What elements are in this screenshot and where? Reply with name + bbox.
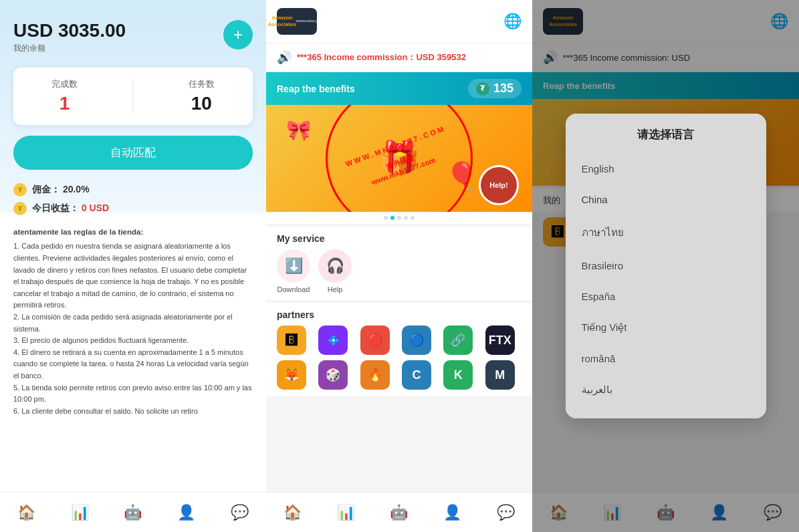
commission-text: 佣金： 20.0%	[32, 184, 90, 196]
balance-section: USD 3035.00 我的余额	[13, 20, 126, 54]
p2-nav-profile[interactable]: 👤	[438, 501, 467, 524]
rules-title: atentamente las reglas de la tienda:	[13, 226, 253, 238]
p2-profile-icon: 👤	[443, 504, 461, 521]
p2-chat-icon: 💬	[497, 504, 515, 521]
p2-nav-chat[interactable]: 💬	[491, 501, 520, 524]
p2-nav-bot[interactable]: 🤖	[384, 501, 413, 524]
services-section: My service ⬇️ Download 🎧 Help	[266, 227, 532, 300]
chat-icon: 💬	[231, 504, 249, 521]
partners-title: partners	[277, 309, 522, 320]
nav-home[interactable]: 🏠	[12, 501, 41, 524]
completed-value: 1	[51, 93, 78, 114]
panel2: AmazonAssociateswww.ams.place 🌐 🔊 ***365…	[266, 0, 532, 532]
banner-area: 🎁 🎈 🎀 W W W . M K B 1 7 7 7 . C O M 海外搭建…	[266, 105, 532, 212]
partner-metamask[interactable]: 🦊	[277, 360, 306, 390]
p2-nav-home[interactable]: 🏠	[278, 501, 307, 524]
nav-bot[interactable]: 🤖	[118, 501, 147, 524]
panel3: AmazonAssociates 🌐 🔊 ***365 Income commi…	[532, 0, 799, 532]
panel1: USD 3035.00 我的余额 + 完成数 1 任务数 10 自动匹配 ₮ 佣…	[0, 0, 266, 532]
partner-binance[interactable]: 🅱	[277, 325, 306, 355]
completed-label: 完成数	[51, 78, 78, 90]
service-help-label: Help	[328, 285, 343, 293]
p2-stats-icon: 📊	[337, 504, 355, 521]
help-icon: 🎧	[318, 249, 352, 283]
dot-5	[411, 216, 415, 220]
tether-icon: ₮	[476, 82, 489, 96]
partner-hot[interactable]: 🔥	[360, 360, 390, 390]
p2-nav-stats[interactable]: 📊	[332, 501, 360, 524]
nav-profile[interactable]: 👤	[172, 501, 201, 524]
partner-ftx[interactable]: FTX	[485, 325, 515, 355]
partner-game[interactable]: 🎲	[318, 360, 348, 390]
modal-overlay[interactable]: 请选择语言 English China ภาษาไทย Brasileiro E…	[532, 0, 799, 532]
partners-grid: 🅱 💠 🔴 🔵 🔗 FTX 🦊 🎲 🔥 C K M	[277, 325, 522, 390]
speaker-icon: 🔊	[277, 50, 292, 65]
carousel-dots	[266, 212, 532, 224]
rules-section: atentamente las reglas de la tienda: 1. …	[13, 226, 253, 417]
panel2-bottom-nav: 🏠 📊 🤖 👤 💬	[266, 492, 532, 532]
amazon-logo: AmazonAssociateswww.ams.place	[277, 8, 317, 35]
lang-romana[interactable]: română	[566, 344, 766, 374]
lang-arabic[interactable]: بالعربية	[566, 374, 766, 405]
partner-chain[interactable]: 🔗	[443, 325, 473, 355]
lang-thai[interactable]: ภาษาไทย	[566, 215, 766, 251]
marquee-text: ***365 Income commission：USD 359532	[297, 51, 466, 63]
dot-1	[384, 216, 388, 220]
rules-text: 1. Cada pedido en nuestra tienda se asig…	[13, 241, 253, 417]
services-title: My service	[277, 233, 522, 244]
lang-brasileiro[interactable]: Brasileiro	[566, 251, 766, 281]
balance-amount: USD 3035.00	[13, 20, 126, 41]
panel2-header: AmazonAssociateswww.ams.place 🌐	[266, 0, 532, 43]
partner-mxc[interactable]: M	[485, 360, 515, 390]
lang-china[interactable]: China	[566, 184, 766, 215]
tether-badge: ₮ 135	[468, 79, 522, 98]
home-icon: 🏠	[17, 504, 35, 521]
stats-row: 完成数 1 任务数 10	[13, 68, 253, 125]
help-button[interactable]: Help!	[479, 165, 519, 205]
add-button[interactable]: +	[223, 20, 253, 49]
task-label: 任务数	[189, 78, 215, 90]
reap-bar: Reap the benefits ₮ 135	[266, 72, 532, 105]
coin-icon: ₮	[13, 183, 27, 196]
download-icon: ⬇️	[277, 249, 310, 283]
nav-chat[interactable]: 💬	[225, 501, 254, 524]
service-download-label: Download	[277, 285, 310, 293]
dot-3	[397, 216, 401, 220]
balance-label: 我的余额	[13, 43, 126, 54]
coin-icon-2: ₮	[13, 202, 27, 215]
task-stat: 任务数 10	[189, 78, 215, 114]
partners-section: partners 🅱 💠 🔴 🔵 🔗 FTX 🦊 🎲 🔥 C K M	[266, 303, 532, 396]
globe-icon[interactable]: 🌐	[503, 13, 522, 30]
panel1-header: USD 3035.00 我的余额 +	[0, 0, 266, 68]
service-help[interactable]: 🎧 Help	[318, 249, 352, 293]
lang-espana[interactable]: España	[566, 281, 766, 312]
task-value: 10	[189, 93, 215, 114]
profile-icon: 👤	[177, 504, 195, 521]
partner-kucoin[interactable]: K	[443, 360, 473, 390]
modal-title: 请选择语言	[566, 127, 766, 154]
partner-blue[interactable]: 🔵	[402, 325, 431, 355]
p2-home-icon: 🏠	[283, 504, 302, 521]
today-income-text: 今日收益： 0 USD	[32, 203, 109, 215]
services-row: ⬇️ Download 🎧 Help	[277, 249, 522, 293]
reap-text: Reap the benefits	[277, 84, 355, 94]
dot-4	[404, 216, 408, 220]
nav-stats[interactable]: 📊	[66, 501, 94, 524]
partner-ftx2[interactable]: 💠	[318, 325, 348, 355]
partner-coinbase[interactable]: C	[402, 360, 431, 390]
stats-icon: 📊	[71, 504, 89, 521]
bot-icon: 🤖	[124, 504, 142, 521]
lang-english[interactable]: English	[566, 154, 766, 184]
panel1-bottom-nav: 🏠 📊 🤖 👤 💬	[0, 492, 266, 532]
tether-amount: 135	[493, 82, 513, 96]
lang-viet[interactable]: Tiếng Việt	[566, 312, 766, 344]
completed-stat: 完成数 1	[51, 78, 78, 114]
partner-red[interactable]: 🔴	[360, 325, 390, 355]
auto-match-button[interactable]: 自动匹配	[13, 136, 253, 170]
commission-row: ₮ 佣金： 20.0%	[0, 180, 266, 199]
dot-2	[390, 216, 394, 220]
service-download[interactable]: ⬇️ Download	[277, 249, 310, 293]
p2-bot-icon: 🤖	[390, 504, 408, 521]
today-income-row: ₮ 今日收益： 0 USD	[0, 199, 266, 218]
marquee-bar: 🔊 ***365 Income commission：USD 359532	[266, 43, 532, 72]
